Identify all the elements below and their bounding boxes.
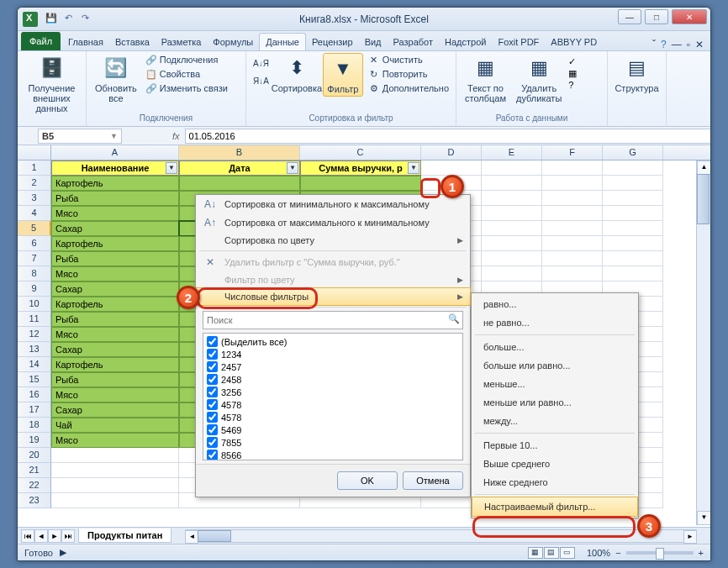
formula-input[interactable]: 01.05.2016 <box>185 129 710 144</box>
greater-item[interactable]: больше... <box>472 338 638 356</box>
name-box-dropdown-icon[interactable]: ▼ <box>110 132 118 140</box>
sort-asc-button[interactable]: А↓Я <box>251 58 271 69</box>
filter-value-checkbox[interactable]: 7855 <box>205 436 461 449</box>
text-to-columns-button[interactable]: ▦ Текст по столбцам <box>462 53 509 105</box>
filter-value-checkbox[interactable]: 4578 <box>205 411 461 423</box>
sort-desc-item[interactable]: A↑ Сортировка от максимального к минимал… <box>196 213 470 232</box>
data-cell[interactable]: Рыба <box>51 251 179 266</box>
sort-by-color-item[interactable]: Сортировка по цвету ▶ <box>196 232 470 249</box>
filter-value-checkbox[interactable]: 2457 <box>205 360 461 373</box>
hscroll-thumb[interactable] <box>198 530 231 542</box>
data-cell[interactable]: Мясо <box>51 387 179 402</box>
data-cell[interactable]: Сахар <box>51 402 179 418</box>
data-cell[interactable]: Картофель <box>51 297 179 312</box>
properties-button[interactable]: 📋Свойства <box>144 67 229 81</box>
tab-insert[interactable]: Вставка <box>109 34 156 50</box>
filter-button[interactable]: ▼ Фильтр <box>323 53 363 97</box>
between-item[interactable]: между... <box>472 412 638 430</box>
tab-layout[interactable]: Разметка <box>156 34 208 50</box>
row-header[interactable]: 2 <box>18 176 51 191</box>
filter-value-checkbox[interactable]: 4578 <box>205 398 461 411</box>
macro-icon[interactable]: ▶ <box>60 547 66 558</box>
filter-arrow-icon[interactable]: ▼ <box>287 162 298 174</box>
tab-developer[interactable]: Разработ <box>388 34 439 50</box>
row-header[interactable]: 8 <box>18 266 51 281</box>
sort-button[interactable]: ⬍ Сортировка <box>274 53 319 95</box>
row-header[interactable]: 7 <box>18 251 51 266</box>
refresh-all-button[interactable]: 🔄 Обновить все <box>92 53 140 105</box>
row-header[interactable]: 9 <box>18 281 51 297</box>
less-item[interactable]: меньше... <box>472 375 638 393</box>
col-header-c[interactable]: C <box>300 145 421 160</box>
quick-access-toolbar[interactable]: 💾 ↶ ↷ <box>45 13 92 26</box>
consolidate-icon[interactable]: ▦ <box>568 68 577 79</box>
data-cell[interactable]: Сахар <box>51 221 179 236</box>
help-icon[interactable]: ? <box>661 39 667 50</box>
doc-minimize-icon[interactable]: — <box>672 39 682 50</box>
header-cell-date[interactable]: Дата▼ <box>179 160 300 176</box>
data-cell[interactable]: Мясо <box>51 206 179 221</box>
row-header[interactable]: 22 <box>18 478 51 493</box>
row-header[interactable]: 23 <box>18 493 51 508</box>
below-avg-item[interactable]: Ниже среднего <box>472 473 638 492</box>
zoom-slider[interactable] <box>626 551 694 555</box>
row-header[interactable]: 10 <box>18 297 51 312</box>
filter-value-checkbox[interactable]: 5469 <box>205 423 461 436</box>
sort-desc-button[interactable]: Я↓А <box>251 76 271 87</box>
whatif-icon[interactable]: ? <box>568 80 577 90</box>
filter-value-checkbox[interactable]: 3256 <box>205 386 461 398</box>
top10-item[interactable]: Первые 10... <box>472 436 638 455</box>
row-header[interactable]: 4 <box>18 206 51 221</box>
zoom-in-icon[interactable]: + <box>699 548 704 558</box>
filter-value-checkbox[interactable]: 8566 <box>205 449 461 460</box>
maximize-button[interactable]: □ <box>645 9 668 24</box>
sheet-last-icon[interactable]: ⏭ <box>61 529 75 543</box>
data-cell[interactable]: Мясо <box>51 327 179 342</box>
number-filters-item[interactable]: Числовые фильтры ▶ <box>195 287 471 306</box>
col-header-d[interactable]: D <box>421 145 482 160</box>
row-header[interactable]: 12 <box>18 327 51 342</box>
row-header[interactable]: 11 <box>18 312 51 327</box>
select-all-checkbox[interactable]: (Выделить все) <box>205 335 461 348</box>
col-header-a[interactable]: A <box>51 145 179 160</box>
row-header[interactable]: 6 <box>18 236 51 251</box>
col-header-e[interactable]: E <box>482 145 542 160</box>
data-cell[interactable]: Рыба <box>51 312 179 327</box>
validation-icon[interactable]: ✓ <box>568 56 577 67</box>
advanced-filter-button[interactable]: ⚙Дополнительно <box>367 82 451 95</box>
connections-button[interactable]: 🔗Подключения <box>144 53 229 66</box>
tab-view[interactable]: Вид <box>359 34 388 50</box>
cancel-button[interactable]: Отмена <box>403 471 463 490</box>
reapply-button[interactable]: ↻Повторить <box>367 67 451 81</box>
row-header[interactable]: 19 <box>18 433 51 448</box>
row-header[interactable]: 3 <box>18 191 51 206</box>
row-header[interactable]: 17 <box>18 402 51 418</box>
row-header[interactable]: 5 <box>18 221 51 236</box>
sheet-prev-icon[interactable]: ◄ <box>34 529 48 543</box>
name-box[interactable]: B5 ▼ <box>38 129 122 144</box>
redo-icon[interactable]: ↷ <box>78 13 92 26</box>
sheet-tab-active[interactable]: Продукты питан <box>78 529 171 543</box>
filter-search-input[interactable] <box>203 311 463 329</box>
remove-duplicates-button[interactable]: ▦ Удалить дубликаты <box>513 53 565 105</box>
tab-formulas[interactable]: Формулы <box>207 34 259 50</box>
clear-filter-button[interactable]: ✕Очистить <box>367 53 451 66</box>
data-cell[interactable] <box>179 176 300 191</box>
undo-icon[interactable]: ↶ <box>61 13 75 26</box>
data-cell[interactable]: Чай <box>51 418 179 433</box>
sheet-first-icon[interactable]: ⏮ <box>21 529 34 543</box>
minimize-ribbon-icon[interactable]: ˇ <box>652 39 656 50</box>
header-cell-name[interactable]: Наименование▼ <box>51 160 179 176</box>
equals-item[interactable]: равно... <box>472 295 638 313</box>
data-cell[interactable]: Рыба <box>51 372 179 387</box>
row-header[interactable]: 18 <box>18 418 51 433</box>
tab-data[interactable]: Данные <box>259 33 306 50</box>
row-header[interactable]: 21 <box>18 463 51 478</box>
select-all-corner[interactable] <box>18 145 51 160</box>
scroll-thumb[interactable] <box>697 174 710 224</box>
external-data-button[interactable]: 🗄️ Получение внешних данных <box>23 53 81 115</box>
row-header[interactable]: 15 <box>18 372 51 387</box>
col-header-b[interactable]: B <box>179 145 300 160</box>
sort-asc-item[interactable]: A↓ Сортировка от минимального к максимал… <box>196 195 470 213</box>
not-equals-item[interactable]: не равно... <box>472 313 638 332</box>
